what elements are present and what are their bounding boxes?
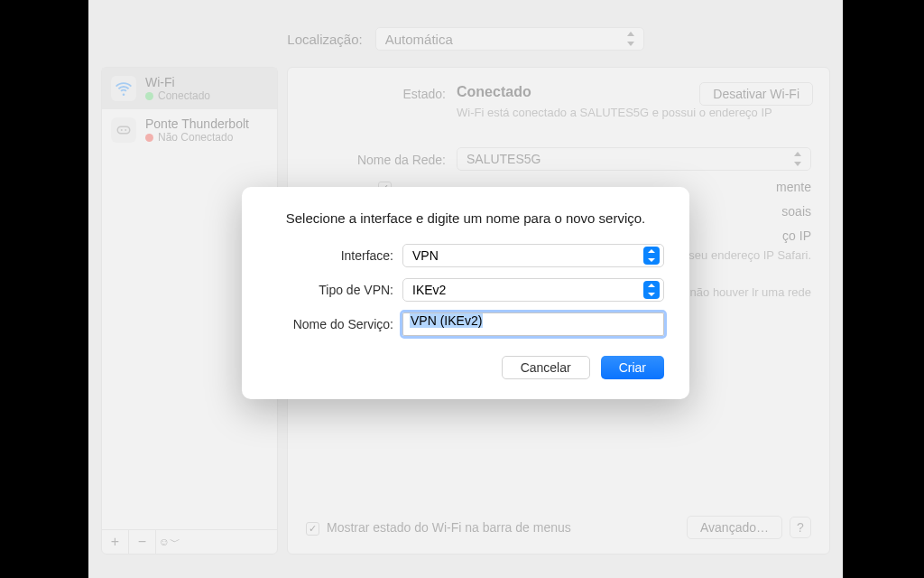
create-button[interactable]: Criar (601, 356, 664, 379)
service-name-value: VPN (IKEv2) (410, 313, 483, 328)
interface-value: VPN (412, 248, 439, 263)
vpn-type-label: Tipo de VPN: (267, 283, 393, 297)
vpn-type-select[interactable]: IKEv2 (402, 278, 664, 302)
chevron-updown-icon (643, 281, 660, 299)
service-name-label: Nome do Serviço: (267, 317, 393, 331)
network-preferences-window: Localização: Automática Wi-Fi Conectado (88, 0, 843, 578)
interface-select[interactable]: VPN (402, 244, 664, 267)
vpn-type-value: IKEv2 (412, 283, 446, 297)
modal-title: Selecione a interface e digite um nome p… (267, 210, 664, 226)
service-name-input[interactable]: VPN (IKEv2) (402, 312, 664, 336)
new-service-modal: Selecione a interface e digite um nome p… (242, 187, 689, 399)
cancel-button[interactable]: Cancelar (502, 356, 590, 379)
interface-label: Interface: (267, 248, 393, 263)
chevron-updown-icon (643, 247, 660, 265)
